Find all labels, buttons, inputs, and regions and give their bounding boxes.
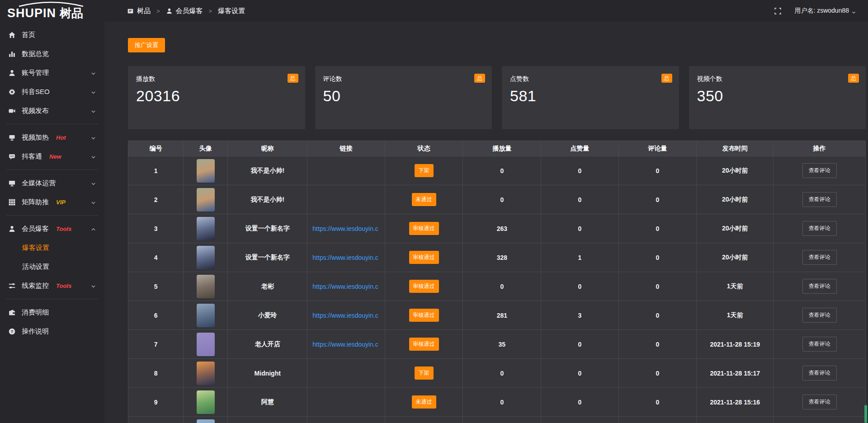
cell-link: https://www.iesdouyin.c xyxy=(307,330,385,359)
video-link[interactable]: https://www.iesdouyin.c xyxy=(308,254,384,261)
view-comments-button[interactable]: 查看评论 xyxy=(802,279,837,294)
cell-likes: 3 xyxy=(541,301,618,330)
sidebar-item-操作说明[interactable]: ?操作说明 xyxy=(0,322,104,341)
cell-avatar xyxy=(184,272,228,301)
cell-plays: 0 xyxy=(463,272,541,301)
sidebar-subitem-活动设置[interactable]: 活动设置 xyxy=(0,257,104,276)
user-menu[interactable]: 用户名: zswodun88 xyxy=(794,7,856,15)
sidebar-item-label: 抖客通 xyxy=(22,152,42,161)
cell-nickname: 我不是小帅! xyxy=(228,156,307,185)
status-badge[interactable]: 下架 xyxy=(415,164,434,177)
chevron-down-icon xyxy=(90,154,96,160)
sidebar-item-矩阵助推[interactable]: 矩阵助推VIP xyxy=(0,193,104,212)
breadcrumb-item-树品[interactable]: 树品 xyxy=(127,7,151,15)
view-comments-button[interactable]: 查看评论 xyxy=(802,221,837,236)
cell-link: https://www.iesdouyin.c xyxy=(307,214,385,243)
cell-id: 2 xyxy=(128,185,184,214)
cell-avatar xyxy=(184,214,228,243)
sidebar-item-线索监控[interactable]: 线索监控Tools xyxy=(0,276,104,295)
status-badge[interactable]: 审核通过 xyxy=(409,338,439,351)
stat-label: 视频个数 xyxy=(697,75,858,83)
avatar xyxy=(197,304,215,327)
cell-likes: 1 xyxy=(541,243,618,272)
video-link[interactable]: https://www.iesdouyin.c xyxy=(308,283,384,290)
chevron-down-icon xyxy=(851,9,856,14)
cell-link: https://www.iesdouyin.c xyxy=(307,301,385,330)
status-badge[interactable]: 审核通过 xyxy=(409,222,439,235)
sidebar-item-全媒体运营[interactable]: 全媒体运营 xyxy=(0,174,104,193)
sidebar-item-账号管理[interactable]: 账号管理 xyxy=(0,63,104,82)
cell xyxy=(463,417,541,423)
cell-comments: 0 xyxy=(618,330,697,359)
cell-publish-time: 2021-11-28 15:19 xyxy=(697,330,774,359)
sidebar-item-抖音SEO[interactable]: 抖音SEO xyxy=(0,82,104,101)
video-link[interactable]: https://www.iesdouyin.c xyxy=(308,225,384,232)
cell-status: 审核通过 xyxy=(385,330,463,359)
video-link[interactable]: https://www.iesdouyin.c xyxy=(308,341,384,348)
status-badge[interactable]: 审核通过 xyxy=(409,309,439,322)
sidebar-item-数据总览[interactable]: 数据总览 xyxy=(0,44,104,63)
sidebar-item-抖客通[interactable]: 抖客通New xyxy=(0,147,104,166)
cell-status: 下架 xyxy=(385,359,463,388)
cell-comments: 0 xyxy=(618,272,697,301)
avatar xyxy=(197,275,215,298)
cell-action: 查看评论 xyxy=(774,185,866,214)
cell-action: 查看评论 xyxy=(774,243,866,272)
cell xyxy=(774,417,866,423)
scrollbar-thumb[interactable] xyxy=(864,405,867,423)
breadcrumb-label: 会员爆客 xyxy=(176,7,203,15)
view-comments-button[interactable]: 查看评论 xyxy=(802,366,837,381)
view-comments-button[interactable]: 查看评论 xyxy=(802,250,837,265)
sidebar-subitem-爆客设置[interactable]: 爆客设置 xyxy=(0,238,104,257)
cell-status: 审核通过 xyxy=(385,272,463,301)
sidebar-badge: New xyxy=(49,153,61,160)
cell-nickname: 小爱玲 xyxy=(228,301,307,330)
status-badge[interactable]: 下架 xyxy=(415,367,434,380)
user-icon xyxy=(166,8,173,14)
view-comments-button[interactable]: 查看评论 xyxy=(802,192,837,207)
cell-id: 5 xyxy=(128,272,184,301)
cell-status: 审核通过 xyxy=(385,301,463,330)
column-header-头像: 头像 xyxy=(184,141,228,156)
cell-publish-time: 1天前 xyxy=(697,301,774,330)
sidebar-divider xyxy=(6,299,98,299)
fullscreen-icon[interactable] xyxy=(774,7,782,15)
status-badge[interactable]: 审核通过 xyxy=(409,251,439,264)
video-link[interactable]: https://www.iesdouyin.c xyxy=(308,312,384,319)
view-comments-button[interactable]: 查看评论 xyxy=(802,337,837,352)
cell-id: 4 xyxy=(128,243,184,272)
view-comments-button[interactable]: 查看评论 xyxy=(802,163,837,178)
status-badge[interactable]: 未通过 xyxy=(412,395,436,409)
cell-publish-time: 2021-11-28 15:17 xyxy=(697,359,774,388)
cell xyxy=(541,417,618,423)
total-badge: 总 xyxy=(474,74,485,83)
logo-text-en: SHUPIN xyxy=(7,6,56,20)
sidebar-item-会员爆客[interactable]: 会员爆客Tools xyxy=(0,219,104,238)
view-comments-button[interactable]: 查看评论 xyxy=(802,308,837,323)
cell-status: 未通过 xyxy=(385,185,463,214)
breadcrumb-item-会员爆客[interactable]: 会员爆客 xyxy=(166,7,203,15)
cell-plays: 263 xyxy=(463,214,541,243)
column-header-编号: 编号 xyxy=(128,141,184,156)
cell-publish-time: 1天前 xyxy=(697,272,774,301)
cell-id: 6 xyxy=(128,301,184,330)
status-badge[interactable]: 审核通过 xyxy=(409,280,439,293)
total-badge: 总 xyxy=(848,74,859,83)
cell-avatar xyxy=(184,301,228,330)
status-badge[interactable]: 未通过 xyxy=(412,193,436,206)
sidebar-item-消费明细[interactable]: 消费明细 xyxy=(0,303,104,322)
cell-status: 未通过 xyxy=(385,388,463,417)
breadcrumb-separator: > xyxy=(156,8,160,14)
promo-settings-button[interactable]: 推广设置 xyxy=(128,38,165,52)
sidebar-item-视频加热[interactable]: 视频加热Hot xyxy=(0,128,104,147)
sidebar-item-视频发布[interactable]: 视频发布 xyxy=(0,101,104,120)
view-comments-button[interactable]: 查看评论 xyxy=(802,395,837,409)
stat-card-播放数: 播放数总20316 xyxy=(128,66,305,129)
cell-avatar xyxy=(184,156,228,185)
table-row: 7老人开店https://www.iesdouyin.c审核通过35002021… xyxy=(128,330,866,359)
sidebar-item-首页[interactable]: 首页 xyxy=(0,25,104,44)
cell-nickname: 阿慧 xyxy=(228,388,307,417)
column-header-发布时间: 发布时间 xyxy=(697,141,774,156)
cell-link xyxy=(307,185,385,214)
column-header-操作: 操作 xyxy=(774,141,866,156)
